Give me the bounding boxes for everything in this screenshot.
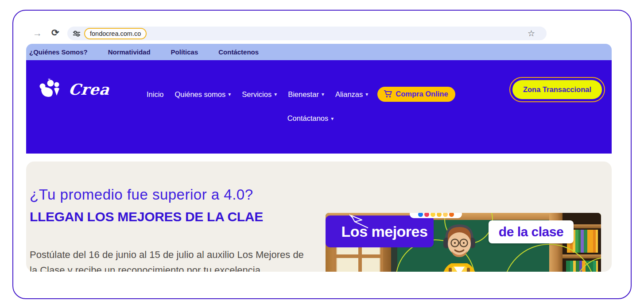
nav-item-inicio[interactable]: Inicio [147,90,164,99]
paper-plane-doodle [349,214,369,229]
badge-de-la-clase-text: de la clase [499,224,563,239]
crea-logo[interactable]: Crea [39,79,110,100]
hero-title-light: ¿Tu promedio fue superior a 4.0? [30,186,253,203]
screenshot-frame: → ⟳ fondocrea.com.co ☆ ¿Quiénes Somos? N… [12,10,632,299]
nav-row-2: Contáctanos ▾ [147,114,474,123]
topbar-link-normatividad[interactable]: Normatividad [108,48,151,56]
main-navbar: Crea Inicio Quiénes somos ▾ Servicios ▾ [26,60,612,154]
chevron-down-icon: ▾ [274,91,277,97]
address-bar[interactable]: fondocrea.com.co ☆ [67,27,547,40]
topbar-link-contactenos[interactable]: Contáctenos [218,48,259,56]
url-highlight-ring: fondocrea.com.co [84,28,147,39]
reactions-pill [410,213,462,218]
reload-icon[interactable]: ⟳ [51,28,59,37]
nav-item-label: Alianzas [335,90,363,99]
badge-los-mejores-text: Los mejores [332,223,428,240]
webpage: ¿Quiénes Somos? Normatividad Políticas C… [26,44,612,272]
bookmark-star-icon[interactable]: ☆ [528,28,535,38]
nav-item-label: Contáctanos [287,114,329,123]
zona-highlight-ring: Zona Transaccional [509,77,605,102]
chevron-down-icon: ▾ [331,116,334,122]
nav-item-label: Servicios [242,90,272,99]
chevron-down-icon: ▾ [322,91,324,97]
utility-navbar: ¿Quiénes Somos? Normatividad Políticas C… [26,44,612,60]
hero-paragraph: Postúlate del 16 de junio al 15 de julio… [30,247,306,272]
nav-row-1: Inicio Quiénes somos ▾ Servicios ▾ Biene… [147,87,474,102]
cart-icon [384,90,392,98]
wow-reaction-icon [437,213,442,217]
nav-links: Inicio Quiénes somos ▾ Servicios ▾ Biene… [147,87,474,123]
zona-transaccional-button[interactable]: Zona Transaccional [512,80,602,99]
browser-toolbar: → ⟳ fondocrea.com.co ☆ [13,27,631,41]
nav-item-alianzas[interactable]: Alianzas ▾ [335,90,368,99]
angry-reaction-icon [449,213,454,217]
topbar-link-quienes-somos[interactable]: ¿Quiénes Somos? [29,48,88,56]
compra-online-button[interactable]: Compra Online [377,87,455,102]
hero-section: ¿Tu promedio fue superior a 4.0? LLEGAN … [26,162,612,272]
nav-item-bienestar[interactable]: Bienestar ▾ [288,90,324,99]
love-reaction-icon [424,213,429,217]
topbar-link-politicas[interactable]: Políticas [171,48,198,56]
nav-item-servicios[interactable]: Servicios ▾ [242,90,277,99]
badge-los-mejores: Los mejores [326,216,434,247]
nav-item-contactanos[interactable]: Contáctanos ▾ [287,114,334,123]
forward-icon[interactable]: → [33,28,42,38]
hero-title-bold: LLEGAN LOS MEJORES DE LA CLAE [30,209,263,224]
nav-item-label: Inicio [147,90,164,99]
nav-item-label: Bienestar [288,90,319,99]
hero-banner-image: Los mejores de la clase [326,213,601,272]
url-text[interactable]: fondocrea.com.co [90,30,141,37]
crea-logo-text: Crea [68,81,111,98]
badge-de-la-clase: de la clase [489,220,574,243]
crea-logo-mark [39,79,64,100]
haha-reaction-icon [431,213,435,217]
zona-transaccional-label: Zona Transaccional [523,85,591,93]
compra-online-label: Compra Online [396,90,448,98]
nav-item-label: Quiénes somos [175,90,226,99]
chevron-down-icon: ▾ [228,91,231,97]
nav-item-quienes-somos[interactable]: Quiénes somos ▾ [175,90,231,99]
tune-icon[interactable] [73,30,81,37]
like-reaction-icon [418,213,423,217]
chevron-down-icon: ▾ [365,91,368,97]
sad-reaction-icon [443,213,448,217]
